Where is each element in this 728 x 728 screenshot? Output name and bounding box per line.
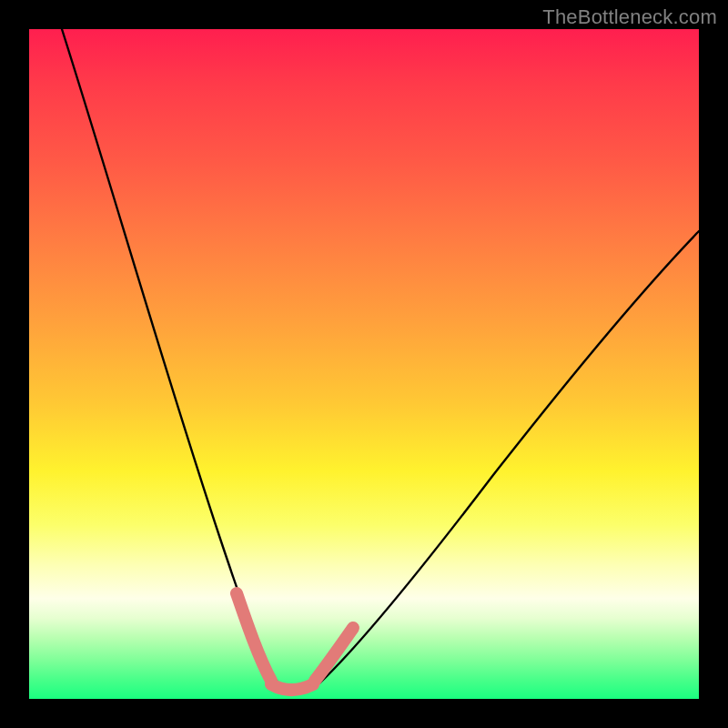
valley-marker-left xyxy=(237,593,271,681)
plot-area xyxy=(29,29,699,699)
watermark-text: TheBottleneck.com xyxy=(542,5,717,29)
chart-frame: TheBottleneck.com xyxy=(0,0,728,728)
curve-layer xyxy=(29,29,699,699)
valley-marker-floor xyxy=(271,684,313,690)
bottleneck-curve xyxy=(62,29,699,691)
